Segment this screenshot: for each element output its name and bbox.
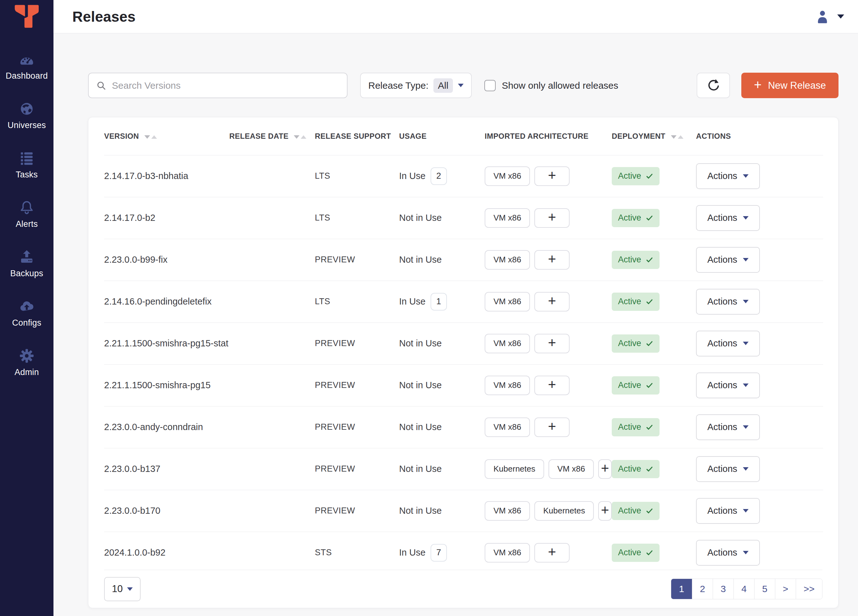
chevron-down-icon <box>743 300 749 303</box>
add-architecture-button[interactable]: + <box>598 459 612 479</box>
architecture-cell: VM x86+ <box>485 365 612 406</box>
actions-button[interactable]: Actions <box>696 456 760 482</box>
last-page-button[interactable]: >> <box>796 579 822 599</box>
architecture-cell: VM x86+ <box>485 281 612 322</box>
gauge-icon <box>19 51 34 67</box>
add-architecture-button[interactable]: + <box>535 417 570 437</box>
deployment-status-badge: Active <box>612 167 659 185</box>
usage-cell: Not in Use <box>399 365 485 406</box>
release-date-cell <box>229 364 315 406</box>
column-header-usage: USAGE <box>399 117 485 155</box>
usage-cell: Not in Use <box>399 490 485 532</box>
version-cell: 2.23.0.0-andy-conndrain <box>104 406 229 448</box>
release-date-cell <box>229 155 315 197</box>
refresh-button[interactable] <box>697 73 730 98</box>
table-row: 2.21.1.1500-smishra-pg15-stat PREVIEW No… <box>104 322 823 364</box>
table-row: 2.23.0.0-andy-conndrain PREVIEW Not in U… <box>104 406 823 448</box>
chevron-down-icon <box>743 509 749 512</box>
sidebar-item-dashboard[interactable]: Dashboard <box>0 51 53 81</box>
deployment-status-badge: Active <box>612 292 659 311</box>
release-type-value: All <box>434 78 452 93</box>
sidebar-item-backups[interactable]: Backups <box>0 249 53 278</box>
refresh-icon <box>706 78 721 93</box>
show-allowed-checkbox[interactable] <box>484 80 496 91</box>
sidebar-item-universes[interactable]: Universes <box>0 101 53 130</box>
chevron-down-icon <box>743 342 749 345</box>
page-button-1[interactable]: 1 <box>671 579 692 599</box>
page-button-5[interactable]: 5 <box>754 579 775 599</box>
chevron-down-icon <box>743 467 749 471</box>
next-page-button[interactable]: > <box>775 579 796 599</box>
add-architecture-button[interactable]: + <box>535 250 570 270</box>
user-menu[interactable] <box>815 9 844 24</box>
chevron-down-icon <box>743 425 749 429</box>
add-architecture-button[interactable]: + <box>535 166 570 186</box>
page-size-dropdown[interactable]: 10 <box>104 577 141 601</box>
version-cell: 2.23.0.0-b137 <box>104 448 229 490</box>
release-type-label: Release Type: <box>368 80 428 91</box>
column-header-imported-architecture: IMPORTED ARCHITECTURE <box>485 117 612 155</box>
column-header-release-date[interactable]: RELEASE DATE <box>229 117 315 155</box>
table-row: 2.14.16.0-pendingdeletefix LTS In Use1 V… <box>104 281 823 322</box>
sidebar-item-label: Dashboard <box>6 71 48 81</box>
column-header-version[interactable]: VERSION <box>104 117 229 155</box>
release-date-cell <box>229 448 315 490</box>
table-row: 2.23.0.0-b99-fix PREVIEW Not in Use VM x… <box>104 239 823 281</box>
show-allowed-filter: Show only allowed releases <box>484 80 618 91</box>
table-row: 2.23.0.0-b137 PREVIEW Not in Use Kuberne… <box>104 448 823 490</box>
usage-cell: Not in Use <box>399 406 485 448</box>
actions-button[interactable]: Actions <box>696 205 760 231</box>
sidebar-item-label: Admin <box>14 367 39 377</box>
actions-button[interactable]: Actions <box>696 163 760 189</box>
add-architecture-button[interactable]: + <box>535 543 570 563</box>
sidebar-item-tasks[interactable]: Tasks <box>0 150 53 180</box>
actions-button[interactable]: Actions <box>696 498 760 524</box>
page-button-4[interactable]: 4 <box>734 579 754 599</box>
release-support-cell: STS <box>315 532 399 574</box>
release-support-cell: PREVIEW <box>315 406 399 448</box>
sidebar-item-label: Backups <box>10 269 44 278</box>
sort-icon <box>145 135 157 139</box>
yugabyte-logo[interactable] <box>0 0 53 33</box>
column-header-release-support: RELEASE SUPPORT <box>315 117 399 155</box>
add-architecture-button[interactable]: + <box>535 376 570 395</box>
task-list-icon <box>19 150 34 166</box>
table-row: 2.23.0.0-b170 PREVIEW Not in Use VM x86K… <box>104 490 823 532</box>
add-architecture-button[interactable]: + <box>535 334 570 353</box>
release-type-dropdown[interactable]: Release Type: All <box>360 73 472 98</box>
sidebar-item-admin[interactable]: Admin <box>0 348 53 377</box>
architecture-pill: VM x86 <box>485 417 530 437</box>
column-header-deployment[interactable]: DEPLOYMENT <box>612 117 696 155</box>
search-input[interactable] <box>112 80 339 91</box>
architecture-pill: VM x86 <box>485 292 530 311</box>
actions-button[interactable]: Actions <box>696 372 760 398</box>
gear-icon <box>19 348 34 364</box>
actions-button[interactable]: Actions <box>696 540 760 566</box>
add-architecture-button[interactable]: + <box>535 292 570 311</box>
architecture-pill: VM x86 <box>485 501 530 521</box>
release-support-cell: LTS <box>315 281 399 322</box>
add-architecture-button[interactable]: + <box>535 208 570 228</box>
sidebar-item-configs[interactable]: Configs <box>0 299 53 328</box>
releases-table-card: VERSION RELEASE DATE RELEASE SUPPORT USA… <box>88 117 838 608</box>
actions-button[interactable]: Actions <box>696 414 760 440</box>
actions-button[interactable]: Actions <box>696 247 760 273</box>
add-architecture-button[interactable]: + <box>598 501 612 521</box>
column-header-actions: ACTIONS <box>696 117 823 155</box>
architecture-cell: VM x86Kubernetes+ <box>485 490 612 532</box>
page-button-3[interactable]: 3 <box>713 579 734 599</box>
chevron-down-icon <box>743 258 749 261</box>
release-date-cell <box>229 281 315 322</box>
new-release-label: New Release <box>768 80 826 91</box>
sidebar-item-label: Universes <box>8 120 46 130</box>
actions-button[interactable]: Actions <box>696 331 760 356</box>
page-button-2[interactable]: 2 <box>692 579 713 599</box>
sidebar-item-alerts[interactable]: Alerts <box>0 200 53 229</box>
chevron-down-icon <box>458 84 463 87</box>
check-icon <box>646 423 653 431</box>
actions-button[interactable]: Actions <box>696 289 760 314</box>
new-release-button[interactable]: + New Release <box>741 73 838 98</box>
architecture-pill: VM x86 <box>485 250 530 270</box>
user-icon <box>815 9 830 24</box>
version-cell: 2.14.16.0-pendingdeletefix <box>104 281 229 322</box>
